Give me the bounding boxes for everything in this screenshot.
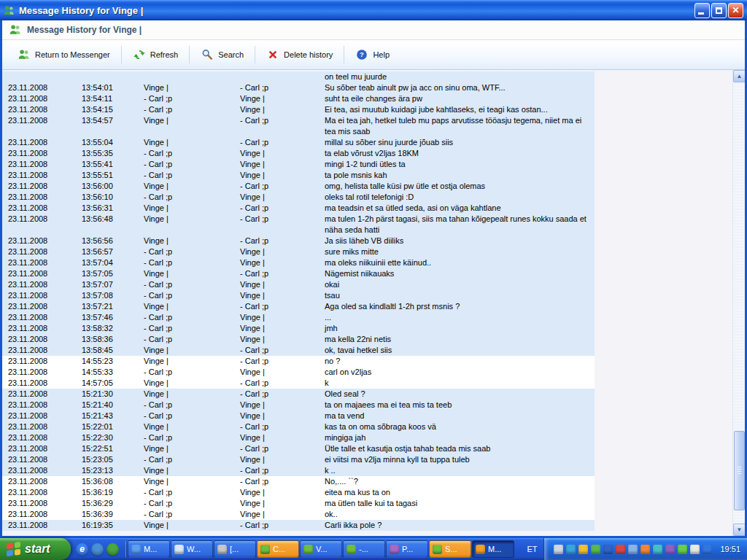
cell-from: - Carl ;p [142,290,239,301]
tray-icon-12[interactable] [690,545,700,554]
cell-to: - Carl ;p [239,82,323,93]
cell-message: ma kella 22ni netis [323,334,595,345]
delete-history-button[interactable]: Delete history [261,44,338,65]
tray-icon-6[interactable] [616,545,625,554]
minimize-button[interactable] [694,3,710,18]
table-row: 23.11.200813:55:51- Carl ;pVinge |ta pol… [2,170,595,181]
cell-to: Vinge | [239,148,323,159]
taskbar-button-3[interactable]: [... [214,540,256,558]
return-to-messenger-button[interactable]: Return to Messenger [12,44,115,65]
start-button[interactable]: start [0,538,71,560]
refresh-button[interactable]: Refresh [128,44,184,65]
tray-icon-4[interactable] [591,545,600,554]
cell-from: - Carl ;p [142,323,239,334]
messenger-icon[interactable] [91,543,104,556]
taskbar-button-5[interactable]: V... [300,540,342,558]
scrollbar[interactable]: ▲ ▼ [732,70,745,536]
cell-from: - Carl ;p [142,246,239,257]
taskbar-button-4[interactable]: C... [257,540,299,558]
table-row: 23.11.200815:23:05- Carl ;pVinge |ei vii… [2,454,595,465]
cell-to: - Carl ;p [239,465,323,476]
close-button[interactable]: ✕ [728,3,743,18]
taskbar-button-9[interactable]: M... [472,540,514,558]
toolbar-button-label: Return to Messenger [35,50,110,59]
cell-to: - Carl ;p [239,476,323,487]
cell-date: 23.11.2008 [2,476,80,487]
cell-date: 23.11.2008 [2,279,80,290]
msn-contact-icon[interactable] [107,543,119,556]
table-row: 23.11.200813:56:10- Carl ;pVinge |oleks … [2,192,595,203]
scroll-down-button[interactable]: ▼ [733,524,745,536]
cell-time: 13:58:45 [80,345,142,356]
tray-icon-13[interactable] [703,545,712,554]
cell-date: 23.11.2008 [2,487,80,498]
cell-time: 15:23:05 [80,454,142,465]
help-button[interactable]: ?Help [350,44,395,65]
search-button[interactable]: Search [196,44,249,65]
cell-to: - Carl ;p [239,421,323,432]
cell-message: on teel mu juurde [323,71,595,82]
cell-message: sure miks mitte [323,246,595,257]
cell-date: 23.11.2008 [2,236,80,246]
ie-icon[interactable]: e [76,543,88,556]
taskbar-button-1[interactable]: M... [128,540,170,558]
tray-icon-1[interactable] [554,545,563,554]
cell-time: 13:54:15 [80,104,142,115]
cell-from: Vinge | [142,82,239,93]
table-row: 23.11.200815:36:39- Carl ;pVinge |ok.. [2,509,595,520]
cell-to: Vinge | [239,454,323,465]
cell-date: 23.11.2008 [2,181,80,192]
scroll-up-button[interactable]: ▲ [733,70,745,82]
tray-icon-3[interactable] [578,545,588,554]
cell-time: 13:56:00 [80,181,142,192]
taskbar-button-7[interactable]: P... [386,540,428,558]
taskbar-button-2[interactable]: W... [171,540,213,558]
cell-time: 13:58:36 [80,334,142,345]
cell-to: Vinge | [239,246,323,257]
cell-date: 23.11.2008 [2,104,80,115]
table-row: 23.11.200813:57:46- Carl ;pVinge |... [2,312,595,323]
cell-time: 13:54:01 [80,82,142,93]
cell-message: ok, tavai hetkel siis [323,345,595,356]
cell-message: k [323,378,595,389]
table-row: 23.11.200813:57:21Vinge |- Carl ;pAga ol… [2,301,595,312]
tray-icon-2[interactable] [566,545,576,554]
tray-icon-8[interactable] [640,545,650,554]
taskbar-button-6[interactable]: -... [343,540,385,558]
tray-icon-11[interactable] [678,545,687,554]
scrollbar-thumb[interactable] [734,431,745,510]
tray-icon-9[interactable] [653,545,662,554]
cell-to: Vinge | [239,432,323,443]
cell-to: Vinge | [239,192,323,203]
cell-date: 23.11.2008 [2,170,80,181]
cell-from: - Carl ;p [142,257,239,268]
cell-to: Vinge | [239,323,323,334]
table-row: 23.11.200813:58:45Vinge |- Carl ;pok, ta… [2,345,595,356]
maximize-button[interactable] [711,3,727,18]
quick-launch: e [71,538,124,560]
cell-time: 13:55:04 [80,137,142,148]
cell-date: 23.11.2008 [2,400,80,411]
cell-from: Vinge | [142,181,239,192]
taskbar-button-8[interactable]: S... [429,540,471,558]
cell-from: - Carl ;p [142,148,239,159]
cell-to: - Carl ;p [239,181,323,192]
cell-time: 15:22:30 [80,432,142,443]
table-row: 23.11.200813:55:41- Carl ;pVinge |mingi … [2,159,595,170]
toolbar-button-label: Help [373,50,390,59]
tray-icon-5[interactable] [603,545,613,554]
task-label: -... [359,545,368,553]
cell-from: Vinge | [142,443,239,454]
header-bar: Message History for Vinge | [2,20,745,40]
cell-message: Aga oled sa kindlaltl 1-2h prst msnis ? [323,301,595,312]
refresh-icon [133,48,146,61]
task-window-icon [217,545,227,554]
language-indicator[interactable]: ET [520,538,543,560]
tray-icon-10[interactable] [665,545,675,554]
cell-to: - Carl ;p [239,268,323,279]
title-bar[interactable]: Message History for Vinge | ✕ [0,0,747,20]
cell-to: Vinge | [239,279,323,290]
cell-message: kas ta on oma sõbraga koos vä [323,421,595,432]
tray-icon-7[interactable] [628,545,638,554]
cell-date: 23.11.2008 [2,290,80,301]
